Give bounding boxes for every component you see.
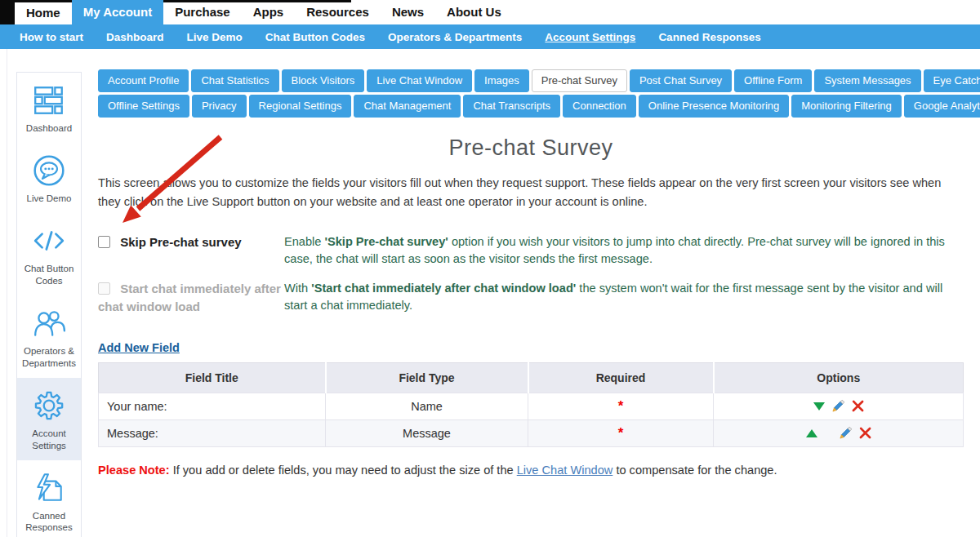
tab-chat-management[interactable]: Chat Management	[354, 95, 461, 118]
sidebar-item-label: Account Settings	[19, 428, 79, 452]
sidebar-item-account-settings[interactable]: Account Settings	[17, 378, 81, 460]
settings-tabs-row1: Account Profile Chat Statistics Block Vi…	[98, 69, 964, 92]
delete-x-icon[interactable]	[852, 400, 864, 412]
live-chat-window-link[interactable]: Live Chat Window	[517, 464, 613, 477]
topnav-item-home[interactable]: Home	[15, 2, 72, 24]
topnav-item-apps[interactable]: Apps	[242, 0, 296, 24]
subnav-item-live-demo[interactable]: Live Demo	[176, 31, 254, 43]
survey-fields-table: Field Title Field Type Required Options …	[98, 362, 964, 447]
subnav-item-canned-responses[interactable]: Canned Responses	[647, 31, 772, 43]
edit-pencil-icon[interactable]	[831, 399, 845, 413]
main-content: Account Profile Chat Statistics Block Vi…	[98, 69, 980, 477]
add-new-field-link[interactable]: Add New Field	[98, 341, 180, 354]
column-header-field-title: Field Title	[99, 362, 326, 393]
move-down-icon[interactable]	[813, 402, 825, 411]
start-option-description: With 'Start chat immediately after chat …	[284, 280, 964, 317]
subnav-item-dashboard[interactable]: Dashboard	[95, 31, 176, 43]
sidebar-item-dashboard[interactable]: Dashboard	[17, 73, 81, 143]
subnav-item-chat-button-codes[interactable]: Chat Button Codes	[254, 31, 376, 43]
field-type-cell: Message	[326, 419, 528, 446]
tab-monitoring-filtering[interactable]: Monitoring Filtering	[791, 95, 902, 118]
survey-options: Skip Pre-chat survey Enable 'Skip Pre-ch…	[98, 233, 964, 316]
gear-icon	[32, 388, 66, 423]
sidebar-item-label: Operators & Departments	[19, 345, 79, 370]
sidebar-item-chat-button-codes[interactable]: Operators & Departments Chat Button Code…	[17, 213, 81, 295]
tab-regional-settings[interactable]: Regional Settings	[249, 95, 352, 118]
topnav-item-news[interactable]: News	[381, 0, 435, 24]
tab-google-analytics[interactable]: Google Analytics	[904, 95, 980, 118]
skip-pre-chat-survey-label: Skip Pre-chat survey	[120, 235, 241, 249]
operators-icon	[32, 306, 66, 340]
start-chat-immediately-option[interactable]: Start chat immediately after chat window…	[98, 282, 281, 314]
code-icon	[32, 224, 66, 258]
tab-privacy[interactable]: Privacy	[192, 95, 247, 118]
page-title: Pre-chat Survey	[98, 135, 964, 161]
column-header-required: Required	[528, 362, 714, 393]
canned-responses-icon	[32, 471, 66, 505]
subnav-item-account-settings[interactable]: Account Settings	[533, 31, 647, 43]
required-cell: *	[528, 419, 714, 446]
sidebar-item-label: Dashboard	[26, 122, 72, 135]
topnav-left-edge	[0, 0, 15, 24]
column-header-options: Options	[714, 362, 964, 393]
tab-block-visitors[interactable]: Block Visitors	[282, 69, 365, 92]
required-asterisk: *	[618, 398, 624, 414]
sidebar-item-label: Live Demo	[27, 193, 72, 205]
tab-chat-transcripts[interactable]: Chat Transcripts	[463, 95, 560, 118]
intro-text: This screen allows you to customize the …	[98, 174, 964, 211]
options-cell	[714, 393, 964, 419]
delete-x-icon[interactable]	[859, 427, 871, 439]
tab-images[interactable]: Images	[474, 69, 529, 92]
tab-account-profile[interactable]: Account Profile	[98, 69, 189, 92]
sidebar: Dashboard Live Demo Operators & Departme…	[16, 72, 82, 537]
tab-connection[interactable]: Connection	[563, 95, 636, 118]
topnav-item-about-us[interactable]: About Us	[435, 0, 513, 24]
tab-offline-form[interactable]: Offline Form	[734, 69, 812, 92]
required-asterisk: *	[618, 425, 624, 441]
edit-pencil-icon[interactable]	[839, 426, 853, 440]
table-row: Your name: Name *	[99, 393, 964, 419]
field-title-cell: Your name:	[99, 393, 326, 419]
page-left-edge	[7, 49, 7, 537]
sidebar-item-live-demo[interactable]: Live Demo	[17, 143, 81, 213]
subnav-item-operators-departments[interactable]: Operators & Departments	[376, 31, 533, 43]
topnav-item-purchase[interactable]: Purchase	[163, 0, 242, 24]
live-demo-icon	[32, 153, 66, 188]
tab-chat-statistics[interactable]: Chat Statistics	[191, 69, 278, 92]
sidebar-item-label: Canned Responses	[19, 510, 79, 535]
tab-system-messages[interactable]: System Messages	[814, 69, 920, 92]
tab-eye-catcher[interactable]: Eye Catcher	[924, 69, 980, 92]
skip-pre-chat-survey-option[interactable]: Skip Pre-chat survey	[98, 235, 242, 249]
move-up-icon[interactable]	[806, 429, 817, 437]
please-note-text: Please Note: If you add or delete fields…	[98, 464, 964, 477]
top-navigation: Home My Account Purchase Apps Resources …	[0, 0, 980, 24]
tab-online-presence-monitoring[interactable]: Online Presence Monitoring	[639, 95, 789, 118]
column-header-field-type: Field Type	[326, 362, 528, 393]
tab-pre-chat-survey[interactable]: Pre-chat Survey	[532, 69, 627, 92]
start-chat-immediately-checkbox[interactable]	[98, 282, 110, 295]
dashboard-icon	[32, 83, 66, 118]
field-title-cell: Message:	[99, 419, 326, 446]
skip-option-description: Enable 'Skip Pre-chat survey' option if …	[284, 233, 964, 268]
sidebar-item-operators-departments[interactable]: Operators & Departments	[17, 295, 81, 378]
topnav-item-my-account[interactable]: My Account	[72, 0, 163, 24]
start-chat-immediately-label: Start chat immediately after chat window…	[98, 282, 281, 314]
settings-tabs-row2: Offline Settings Privacy Regional Settin…	[98, 95, 964, 118]
sidebar-item-label: Chat Button Codes	[19, 263, 79, 287]
skip-pre-chat-survey-checkbox[interactable]	[98, 236, 110, 248]
please-note-label: Please Note:	[98, 464, 170, 477]
required-cell: *	[528, 393, 714, 419]
table-row: Message: Message *	[99, 419, 964, 446]
tab-live-chat-window[interactable]: Live Chat Window	[367, 69, 472, 92]
tab-offline-settings[interactable]: Offline Settings	[98, 95, 189, 118]
topnav-item-resources[interactable]: Resources	[295, 0, 381, 24]
subnav-item-how-to-start[interactable]: How to start	[8, 31, 95, 43]
sidebar-item-canned-responses[interactable]: Canned Responses	[17, 460, 81, 537]
tab-post-chat-survey[interactable]: Post Chat Survey	[630, 69, 732, 92]
options-cell	[714, 419, 964, 446]
field-type-cell: Name	[326, 393, 528, 419]
account-sub-navigation: How to start Dashboard Live Demo Chat Bu…	[0, 24, 980, 49]
